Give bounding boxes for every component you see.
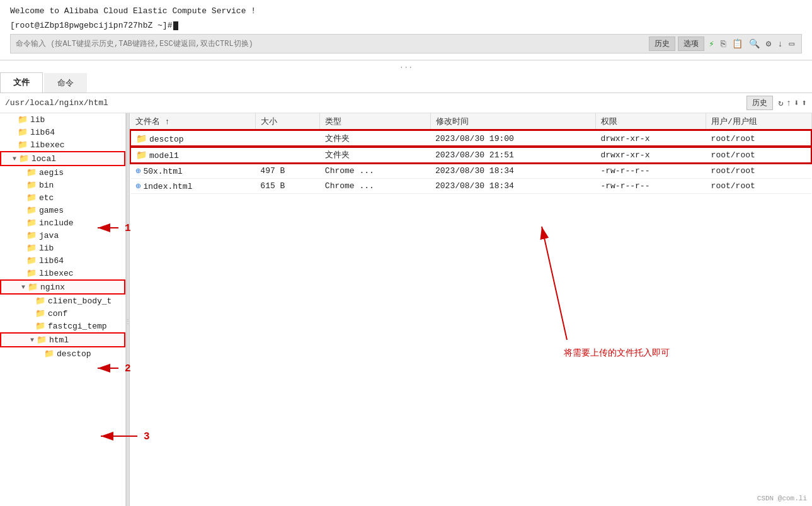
expand-icon[interactable]: ▼ (19, 284, 28, 291)
command-input[interactable] (16, 40, 649, 48)
col-type[interactable]: 类型 (320, 113, 430, 130)
path-icons: ↻ ↑ ⬇ ⬆ (778, 98, 807, 108)
table-row[interactable]: 📁model1文件夹2023/08/30 21:51drwxr-xr-xroot… (130, 147, 811, 163)
file-owner-cell: root/root (706, 179, 811, 194)
sidebar-item-libexec[interactable]: 📁libexec (0, 138, 125, 151)
download-dir-icon[interactable]: ⬆ (802, 98, 807, 108)
terminal-prompt: [root@iZbp18pwgebcijipn727hbZ ~]# (10, 21, 172, 30)
sidebar-item-games[interactable]: 📁games (0, 204, 125, 216)
tab-commands[interactable]: 命令 (44, 73, 87, 93)
folder-icon: 📁 (19, 154, 29, 164)
sidebar-item-lib64[interactable]: 📁lib64 (0, 254, 125, 267)
sidebar-item-include[interactable]: 📁include (0, 216, 125, 229)
sidebar-item-label: nginx (40, 283, 65, 292)
cursor-block (173, 21, 178, 30)
file-size-cell: 497 B (255, 163, 320, 179)
sidebar-item-label: local (31, 154, 56, 164)
sidebar-item-lib[interactable]: 📁lib (0, 242, 125, 254)
download-icon[interactable]: ↓ (775, 38, 784, 50)
file-table: 文件名 ↑ 大小 类型 修改时间 权限 用户/用户组 📁desctop文件夹20… (130, 113, 812, 194)
file-type-cell: Chrome ... (320, 163, 430, 179)
folder-icon: 📁 (26, 243, 37, 253)
sidebar-item-label: aegis (39, 168, 64, 177)
sidebar-item-client_body_t[interactable]: 📁client_body_t (0, 295, 125, 307)
up-icon[interactable]: ↑ (786, 98, 791, 108)
clipboard-icon[interactable]: 📋 (730, 37, 745, 50)
col-size[interactable]: 大小 (255, 113, 320, 130)
bolt-icon[interactable]: ⚡ (707, 37, 716, 50)
sidebar-item-html[interactable]: ▼📁html (0, 332, 125, 347)
chrome-icon: ⊕ (135, 181, 140, 191)
options-button[interactable]: 选项 (678, 37, 704, 51)
file-type-cell: Chrome ... (320, 179, 430, 194)
folder-icon: 📁 (136, 134, 147, 144)
col-owner[interactable]: 用户/用户组 (706, 113, 811, 130)
file-size-cell (255, 130, 320, 147)
sidebar-item-conf[interactable]: 📁conf (0, 307, 125, 320)
folder-icon: 📁 (35, 321, 45, 331)
folder-icon: 📁 (44, 349, 54, 359)
path-bar: /usr/local/nginx/html 历史 ↻ ↑ ⬇ ⬆ (0, 93, 812, 113)
folder-icon: 📁 (26, 167, 37, 177)
terminal-area: Welcome to Alibaba Cloud Elastic Compute… (0, 0, 812, 60)
folder-icon: 📁 (26, 268, 37, 278)
refresh-icon[interactable]: ↻ (778, 98, 783, 108)
search-icon[interactable]: 🔍 (747, 37, 762, 50)
folder-icon: 📁 (37, 335, 47, 345)
path-history-button[interactable]: 历史 (746, 96, 773, 110)
sidebar-item-java[interactable]: 📁java (0, 229, 125, 242)
sidebar: 📁lib📁lib64📁libexec▼📁local📁aegis📁bin📁etc📁… (0, 113, 126, 506)
folder-icon: 📁 (26, 205, 37, 215)
table-row[interactable]: ⊕index.html615 BChrome ...2023/08/30 18:… (130, 179, 811, 194)
sidebar-item-label: lib64 (39, 256, 64, 266)
folder-icon: 📁 (35, 296, 45, 306)
expand-icon[interactable]: ▼ (10, 155, 19, 162)
sidebar-item-lib[interactable]: 📁lib (0, 113, 125, 126)
table-row[interactable]: ⊕50x.html497 BChrome ...2023/08/30 18:34… (130, 163, 811, 179)
divider-dots: ... (0, 60, 812, 72)
copy-icon[interactable]: ⎘ (719, 38, 728, 50)
file-owner-cell: root/root (706, 130, 811, 147)
watermark: CSDN @com.li (757, 495, 807, 502)
command-bar[interactable]: 历史 选项 ⚡ ⎘ 📋 🔍 ⚙ ↓ ▭ (10, 34, 802, 53)
terminal-prompt-line: [root@iZbp18pwgebcijipn727hbZ ~]# (10, 21, 802, 30)
sidebar-item-label: java (39, 231, 59, 240)
col-permissions[interactable]: 权限 (595, 113, 706, 130)
sidebar-item-aegis[interactable]: 📁aegis (0, 166, 125, 179)
file-permissions-cell: -rw-r--r-- (595, 163, 706, 179)
settings-icon[interactable]: ⚙ (764, 37, 773, 50)
file-permissions-cell: -rw-r--r-- (595, 179, 706, 194)
expand-icon[interactable]: ▼ (28, 337, 37, 344)
folder-icon: 📁 (26, 193, 37, 203)
sidebar-item-label: conf (48, 309, 67, 318)
table-row[interactable]: 📁desctop文件夹2023/08/30 19:00drwxr-xr-xroo… (130, 130, 811, 147)
file-modified-cell: 2023/08/30 18:34 (430, 163, 595, 179)
sidebar-item-desctop[interactable]: 📁desctop (0, 347, 125, 360)
sidebar-item-bin[interactable]: 📁bin (0, 179, 125, 191)
folder-icon: 📁 (26, 230, 37, 240)
col-name[interactable]: 文件名 ↑ (130, 113, 255, 130)
tab-files[interactable]: 文件 (0, 72, 43, 93)
sidebar-item-label: etc (39, 193, 54, 203)
sidebar-item-label: lib (39, 244, 54, 253)
sidebar-item-local[interactable]: ▼📁local (0, 151, 125, 166)
sidebar-item-fastcgi_temp[interactable]: 📁fastcgi_temp (0, 320, 125, 332)
file-name-cell: 📁desctop (130, 130, 255, 147)
window-icon[interactable]: ▭ (787, 37, 796, 50)
file-modified-cell: 2023/08/30 21:51 (430, 147, 595, 163)
sidebar-item-etc[interactable]: 📁etc (0, 191, 125, 204)
sidebar-item-nginx[interactable]: ▼📁nginx (0, 279, 125, 295)
table-header-row: 文件名 ↑ 大小 类型 修改时间 权限 用户/用户组 (130, 113, 811, 130)
history-button[interactable]: 历史 (649, 37, 675, 51)
folder-icon: 📁 (18, 127, 28, 137)
sidebar-item-label: lib64 (30, 128, 55, 137)
sidebar-item-label: bin (39, 181, 54, 190)
sidebar-item-libexec[interactable]: 📁libexec (0, 267, 125, 279)
upload-icon[interactable]: ⬇ (794, 98, 799, 108)
file-manager: /usr/local/nginx/html 历史 ↻ ↑ ⬇ ⬆ 📁lib📁li… (0, 93, 812, 506)
file-owner-cell: root/root (706, 147, 811, 163)
col-modified[interactable]: 修改时间 (430, 113, 595, 130)
folder-icon: 📁 (26, 180, 37, 190)
file-type-cell: 文件夹 (320, 147, 430, 163)
sidebar-item-lib64[interactable]: 📁lib64 (0, 126, 125, 138)
